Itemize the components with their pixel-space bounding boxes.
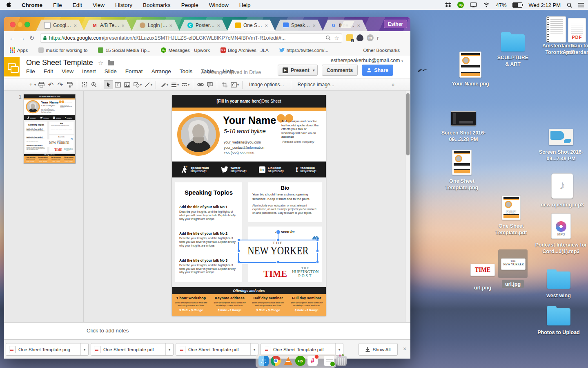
bookmark-twitter[interactable]: https://twitter.com/... [279, 48, 328, 53]
desktop-icon-podcast-mp3[interactable]: MP3 Podcast Interview for Cord...0(1).mp… [529, 213, 588, 255]
resize-handle-sw[interactable] [237, 261, 240, 264]
tab-close-icon[interactable]: × [312, 23, 316, 28]
insert-link-button[interactable] [196, 80, 205, 89]
redo-button[interactable]: ↷ [56, 80, 65, 89]
time-logo[interactable]: TIME [263, 268, 287, 279]
desktop-icon-url-png[interactable]: TIME url.png [466, 264, 500, 292]
tab-speaker-doc[interactable]: Speaker On × [275, 20, 323, 31]
offerings-section[interactable]: 1 hour workshopBrief description about w… [172, 294, 326, 316]
desktop-icon-one-sheet-pdf[interactable]: PDF One Sheet Template.pdf [490, 195, 532, 236]
present-dropdown[interactable]: ▾ [310, 65, 318, 76]
window-minimize-button[interactable] [17, 22, 23, 27]
bookmark-upwork-messages[interactable]: UpMessages - Upwork [161, 47, 210, 53]
profile-photo[interactable] [177, 113, 220, 156]
bio-card[interactable]: Bio Your bio should have a strong openin… [248, 182, 322, 222]
tab-google-ad[interactable]: Google Ad × [36, 20, 84, 31]
resize-handle-se[interactable] [316, 261, 319, 264]
menu-history[interactable]: History [115, 2, 132, 8]
app-menu-arrange[interactable]: Arrange [151, 68, 171, 74]
image-options-button[interactable]: Image options... [245, 82, 288, 88]
zoom-page-icon[interactable] [325, 35, 331, 40]
menu-people[interactable]: People [181, 2, 198, 8]
resize-handle-ne[interactable] [316, 239, 319, 242]
apple-menu[interactable] [6, 1, 11, 9]
menu-file[interactable]: File [53, 2, 62, 8]
line-color-caret[interactable]: ▾ [167, 83, 168, 87]
desktop-icon-url-jpg[interactable]: THE NEW YORKER url.jpg [497, 249, 528, 288]
zoom-button[interactable] [89, 80, 98, 89]
menu-bookmarks[interactable]: Bookmarks [143, 2, 171, 8]
comments-button[interactable]: Comments [322, 65, 358, 76]
trash-dock-icon[interactable] [336, 356, 347, 366]
slide-contact-block[interactable]: your_website@you.com your_contact@inform… [224, 140, 264, 156]
extension-icon-m[interactable]: m [367, 34, 374, 41]
forward-button[interactable]: → [17, 34, 27, 41]
close-downloads-bar[interactable]: × [403, 346, 406, 352]
slides-logo[interactable] [4, 57, 20, 76]
app-menu-slide[interactable]: Slide [105, 68, 117, 74]
slack-dock-icon[interactable]: # [307, 356, 318, 366]
slide-thumbnail[interactable]: [Fill in your name here] One Sheet Your … [24, 94, 76, 164]
reload-button[interactable]: ↻ [27, 34, 37, 42]
insert-comment-button[interactable] [205, 80, 214, 89]
slide-name-text[interactable]: Your Name [223, 114, 280, 126]
upwork-dock-icon[interactable]: Up [295, 356, 305, 366]
desktop-icon-new-opening-mp3[interactable]: ♪ new opening.mp3 [540, 173, 585, 209]
move-to-folder-icon[interactable] [108, 61, 114, 65]
notes-placeholder[interactable]: Click to add notes [87, 328, 129, 334]
app-menu-insert[interactable]: Insert [82, 68, 96, 74]
bookmark-social-media-tips[interactable]: 15 Social Media Tip... [98, 47, 150, 53]
share-button[interactable]: Share [362, 65, 393, 76]
line-caret[interactable]: ▾ [151, 83, 152, 87]
tab-one-sheet-active[interactable]: One Sheet × [227, 20, 275, 31]
desktop-icon-one-sheet-png[interactable]: One Sheet Template.png [440, 150, 483, 191]
selection-rect[interactable] [238, 240, 318, 263]
desktop-icon-west-wing[interactable]: west wing [536, 272, 581, 299]
resize-handle-e[interactable] [316, 250, 319, 253]
print-button[interactable] [37, 80, 46, 89]
rotation-handle[interactable] [276, 230, 281, 234]
tab-close-icon[interactable]: × [357, 23, 360, 28]
slide-page[interactable]: [Fill in your name here] One Sheet Your … [172, 95, 326, 316]
resize-handle-w[interactable] [237, 250, 240, 253]
insert-image-button[interactable] [122, 80, 132, 89]
present-button[interactable]: ▶Present [278, 65, 314, 76]
speaking-topics-card[interactable]: Speaking Topics Add the title of your ta… [175, 182, 242, 282]
tab-close-icon[interactable]: × [74, 23, 77, 28]
extension-icon-shield[interactable] [356, 34, 363, 41]
desktop-icon-photos-to-upload[interactable]: Photos to Upload [536, 308, 581, 336]
download-caret[interactable]: ▾ [250, 343, 258, 355]
download-caret[interactable]: ▾ [335, 343, 343, 355]
line-weight-caret[interactable]: ▾ [177, 83, 179, 87]
desktop-icon-sculpture-folder[interactable]: SCULPTURE & ART [495, 34, 531, 67]
resize-handle-n[interactable] [276, 239, 279, 242]
spotlight-icon[interactable] [567, 2, 572, 8]
undo-button[interactable]: ↶ [46, 80, 56, 89]
app-menu-file[interactable]: File [26, 68, 35, 74]
vlc-dock-icon[interactable] [283, 356, 293, 366]
slide-page[interactable]: [Fill in your name here] One Sheet Your … [24, 94, 75, 163]
star-document-icon[interactable]: ☆ [98, 59, 103, 67]
menu-edit[interactable]: Edit [73, 2, 82, 8]
bookmark-music[interactable]: music for working to [38, 47, 87, 53]
slide-title-bar[interactable]: [Fill in your name here] One Sheet [172, 95, 326, 108]
select-tool-button[interactable] [104, 80, 113, 89]
address-bar[interactable]: https://docs.google.com/presentation/d/1… [40, 34, 342, 43]
resize-handle-nw[interactable] [237, 239, 240, 242]
tab-ab-testing[interactable]: M A/B Testing × [84, 20, 132, 31]
tab-close-icon[interactable]: × [265, 23, 268, 28]
tab-close-icon[interactable]: × [121, 23, 125, 28]
notification-center-icon[interactable] [578, 3, 584, 7]
social-bar[interactable]: speakerhubbit.ly/2dCnfj1 twitterbit.ly/2… [172, 162, 326, 177]
dropbox-icon[interactable] [445, 2, 451, 8]
document-title[interactable]: One Sheet Template [26, 58, 93, 67]
window-close-button[interactable] [10, 22, 16, 27]
menu-view[interactable]: View [93, 2, 105, 8]
canvas-scrollbar[interactable] [405, 91, 410, 322]
bookmark-apps[interactable]: Apps [10, 47, 28, 53]
new-slide-caret[interactable]: ▾ [34, 83, 36, 87]
replace-image-button[interactable]: Replace image... [294, 82, 339, 88]
desktop-icon-screenshot-2[interactable]: Screen Shot 2016-09...7.49 PM [536, 129, 586, 162]
upwork-menu-icon[interactable]: Up [457, 2, 464, 8]
app-menu-edit[interactable]: Edit [44, 68, 53, 74]
